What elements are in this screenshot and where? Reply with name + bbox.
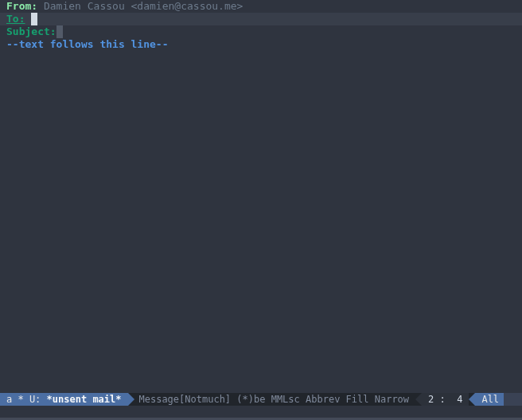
from-value: Damien Cassou <damien@cassou.me> — [44, 0, 243, 12]
powerline-arrow-left-icon — [469, 393, 475, 406]
modeline-modes[interactable]: Message[Notmuch] (*)be MMLsc Abbrev Fill… — [134, 393, 416, 406]
compose-buffer[interactable]: From: Damien Cassou <damien@cassou.me> T… — [0, 0, 522, 420]
subject-label: Subject: — [6, 25, 56, 37]
modeline-percent: All — [475, 393, 504, 406]
from-header-line: From: Damien Cassou <damien@cassou.me> — [0, 0, 522, 13]
powerline-arrow-left-icon — [415, 393, 422, 406]
modeline-buffer-name: *unsent mail* — [47, 393, 122, 406]
mode-line: a * U: *unsent mail* Message[Notmuch] (*… — [0, 393, 522, 406]
to-label: To: — [6, 13, 25, 25]
modeline-end-segment — [504, 393, 522, 406]
subject-header-line[interactable]: Subject: — [0, 25, 522, 38]
inactive-cursor-mark — [56, 25, 63, 38]
modeline-position: 2 : 4 — [422, 393, 469, 406]
text-cursor — [31, 13, 37, 25]
modeline-buffer-segment[interactable]: a * U: *unsent mail* — [0, 393, 128, 406]
powerline-arrow-right-icon — [128, 393, 134, 406]
to-header-line[interactable]: To: — [0, 13, 522, 25]
header-body-separator: --text follows this line-- — [0, 38, 522, 51]
modeline-prefix: a * U: — [6, 393, 47, 406]
from-label: From: — [6, 0, 37, 12]
